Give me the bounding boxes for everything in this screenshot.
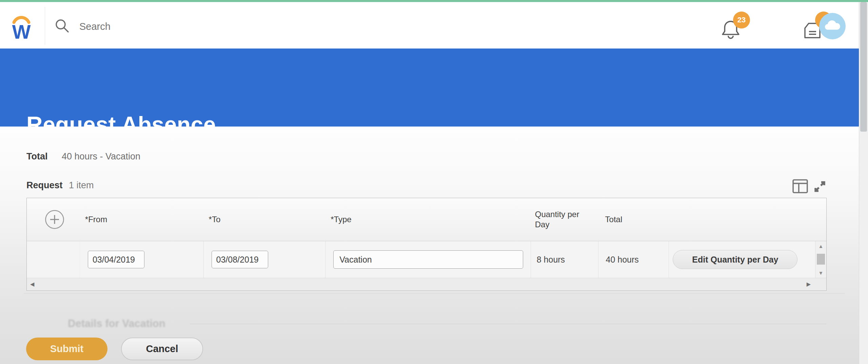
column-header-total: Total	[598, 214, 623, 225]
cloud-icon	[824, 20, 841, 33]
column-header-quantity-per-day: Quantity per Day	[531, 209, 585, 230]
top-accent-strip	[0, 0, 868, 2]
column-header-to: *To	[204, 214, 221, 225]
search-icon	[54, 18, 70, 35]
request-item-count: 1 item	[69, 180, 94, 191]
to-date-input[interactable]: 03/08/2019	[212, 251, 268, 268]
submit-button[interactable]: Submit	[26, 338, 107, 360]
expand-icon	[812, 189, 827, 195]
page-scrollbar-thumb[interactable]	[860, 2, 867, 132]
notifications-button[interactable]: 23	[721, 12, 752, 43]
table-header-row: *From *To *Type Quantity per Day Total	[27, 198, 826, 241]
table-horizontal-scrollbar[interactable]: ◀ ▶	[27, 278, 826, 290]
row-total-value: 40 hours	[598, 255, 639, 265]
scroll-left-icon[interactable]: ◀	[30, 278, 34, 290]
request-section-title: Request	[26, 180, 63, 191]
total-label: Total	[26, 151, 48, 162]
section-divider	[24, 293, 845, 294]
scroll-up-icon[interactable]: ▲	[815, 243, 826, 249]
request-table: *From *To *Type Quantity per Day Total 0…	[26, 198, 827, 291]
details-section-heading: Details for Vacation	[68, 318, 165, 330]
quantity-per-day-value: 8 hours	[531, 255, 565, 265]
profile-avatar[interactable]	[819, 13, 846, 39]
notifications-badge: 23	[733, 12, 750, 28]
cancel-button[interactable]: Cancel	[121, 338, 203, 360]
absence-type-input[interactable]: Vacation	[333, 250, 523, 269]
page-header: Request Absence Garrett Klever Actions	[0, 49, 868, 127]
scroll-down-icon[interactable]: ▼	[815, 270, 826, 276]
scroll-right-icon[interactable]: ▶	[807, 278, 811, 290]
total-value: 40 hours - Vacation	[62, 151, 140, 162]
grid-layout-icon	[792, 189, 808, 195]
details-section-divider	[190, 324, 827, 324]
from-date-input[interactable]: 03/04/2019	[88, 251, 144, 268]
top-navbar: W Search 23 4	[0, 2, 868, 49]
vertical-scroll-thumb[interactable]	[817, 254, 825, 265]
nav-divider	[45, 7, 45, 45]
table-settings-button[interactable]	[792, 178, 808, 194]
workday-logo[interactable]: W	[9, 9, 33, 42]
add-row-button[interactable]	[45, 210, 64, 229]
search-placeholder: Search	[79, 21, 111, 32]
search-input[interactable]: Search	[54, 17, 111, 36]
table-vertical-scrollbar[interactable]: ▲ ▼	[815, 241, 826, 278]
column-header-type: *Type	[326, 214, 351, 225]
svg-text:W: W	[12, 21, 31, 42]
fullscreen-button[interactable]	[812, 179, 827, 194]
edit-quantity-per-day-button[interactable]: Edit Quantity per Day	[673, 250, 797, 269]
column-header-from: *From	[80, 214, 107, 225]
table-row: 03/04/2019 03/08/2019 Vacation 8 hours 4…	[27, 241, 826, 278]
